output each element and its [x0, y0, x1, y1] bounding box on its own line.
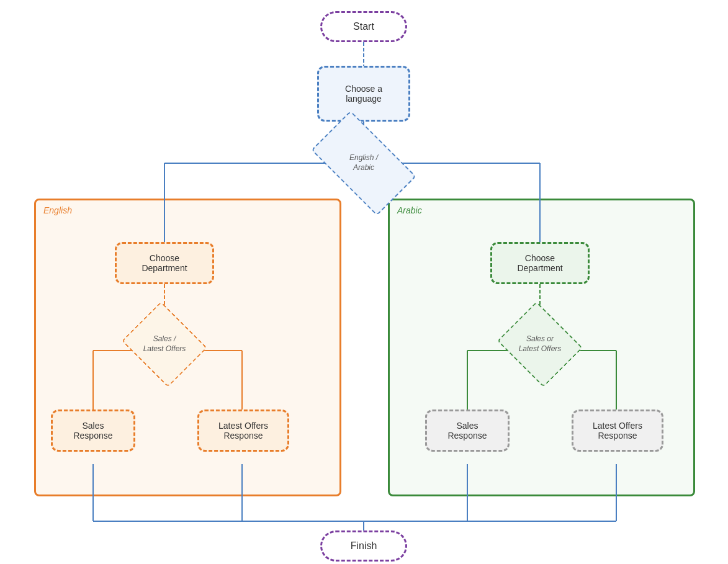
english-choose-dept-node: Choose Department — [115, 242, 214, 284]
group-english-label: English — [43, 205, 72, 215]
english-latest-node: Latest Offers Response — [197, 410, 289, 452]
arabic-sales-node: Sales Response — [425, 410, 510, 452]
arabic-latest-node: Latest Offers Response — [572, 410, 663, 452]
decision-language-node: English / Arabic — [317, 135, 410, 191]
english-sales-node: Sales Response — [51, 410, 135, 452]
arabic-choose-dept-node: Choose Department — [490, 242, 590, 284]
start-node: Start — [320, 11, 407, 42]
arabic-decision-node: Sales or Latest Offers — [507, 316, 573, 372]
group-arabic-label: Arabic — [397, 205, 422, 215]
choose-language-node: Choose a language — [317, 66, 410, 122]
english-decision-node: Sales / Latest Offers — [132, 316, 197, 372]
flowchart: English Arabic — [0, 0, 728, 564]
finish-node: Finish — [320, 530, 407, 562]
